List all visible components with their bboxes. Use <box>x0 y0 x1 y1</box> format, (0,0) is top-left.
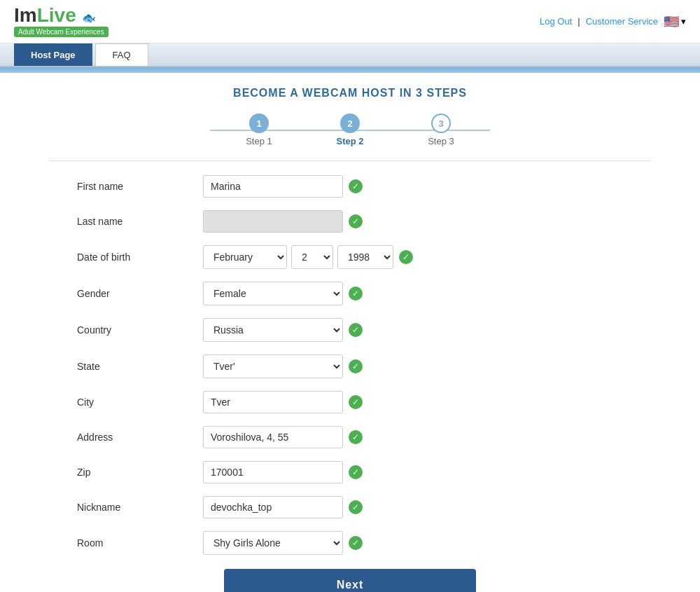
nickname-label: Nickname <box>77 502 203 513</box>
zip-label: Zip <box>77 467 203 478</box>
state-select[interactable]: Tver' Moscow Saint Petersburg <box>203 354 343 378</box>
tab-faq[interactable]: FAQ <box>95 43 148 66</box>
nickname-row: Nickname ✓ <box>49 496 651 518</box>
language-selector[interactable]: 🇺🇸 ▾ <box>664 14 686 29</box>
steps-container: 1 Step 1 2 Step 2 3 Step 3 <box>49 113 651 146</box>
divider <box>49 160 651 161</box>
city-row: City ✓ <box>49 391 651 413</box>
address-check-icon: ✓ <box>349 430 363 444</box>
tab-host-page[interactable]: Host Page <box>14 43 92 66</box>
logo-text: ImLive 🐟 <box>14 6 96 25</box>
logout-link[interactable]: Log Out <box>540 16 572 27</box>
state-label: State <box>77 361 203 372</box>
header: ImLive 🐟 Adult Webcam Experiences Log Ou… <box>0 0 700 43</box>
first-name-check-icon: ✓ <box>349 179 363 193</box>
logo: ImLive 🐟 Adult Webcam Experiences <box>14 6 108 37</box>
dob-day-select[interactable]: 1 2 3 4 5 <box>291 245 333 269</box>
country-label: Country <box>77 324 203 336</box>
dob-group: January February March April May June Ju… <box>203 245 393 269</box>
zip-input-area: ✓ <box>203 461 623 483</box>
nickname-check-icon: ✓ <box>349 500 363 514</box>
step-2-circle: 2 <box>340 113 360 133</box>
room-row: Room Shy Girls Alone Live Sex Fetish Gay… <box>49 531 651 555</box>
city-input[interactable] <box>203 391 343 413</box>
zip-input[interactable] <box>203 461 343 483</box>
address-row: Address ✓ <box>49 426 651 448</box>
state-row: State Tver' Moscow Saint Petersburg ✓ <box>49 354 651 378</box>
gender-label: Gender <box>77 288 203 299</box>
next-button[interactable]: Next <box>224 569 476 592</box>
header-separator: | <box>578 16 580 27</box>
gender-input-area: Female Male Other ✓ <box>203 282 623 305</box>
last-name-input-area: ✓ <box>203 210 623 233</box>
address-label: Address <box>77 432 203 443</box>
city-check-icon: ✓ <box>349 395 363 409</box>
step-1-label: Step 1 <box>246 136 272 146</box>
step-2: 2 Step 2 <box>304 113 396 146</box>
last-name-label: Last name <box>77 216 203 227</box>
chevron-down-icon: ▾ <box>681 16 686 27</box>
first-name-label: First name <box>77 181 203 192</box>
gender-check-icon: ✓ <box>349 287 363 301</box>
room-label: Room <box>77 537 203 549</box>
customer-service-link[interactable]: Customer Service <box>586 16 658 27</box>
header-right: Log Out | Customer Service 🇺🇸 ▾ <box>540 14 686 29</box>
page-title: BECOME A WEBCAM HOST IN 3 STEPS <box>49 87 651 99</box>
first-name-input[interactable] <box>203 175 343 198</box>
next-button-row: Next <box>49 569 651 592</box>
logo-sub: Adult Webcam Experiences <box>14 27 108 37</box>
room-select[interactable]: Shy Girls Alone Live Sex Fetish Gay <box>203 531 343 555</box>
room-check-icon: ✓ <box>349 536 363 550</box>
nickname-input-area: ✓ <box>203 496 623 518</box>
nav-tabs: Host Page FAQ <box>0 43 700 67</box>
last-name-input[interactable] <box>203 210 343 233</box>
main-content: BECOME A WEBCAM HOST IN 3 STEPS 1 Step 1… <box>35 73 665 592</box>
step-1-circle: 1 <box>249 113 269 133</box>
last-name-check-icon: ✓ <box>349 214 363 228</box>
address-input[interactable] <box>203 426 343 448</box>
nickname-input[interactable] <box>203 496 343 518</box>
gender-row: Gender Female Male Other ✓ <box>49 282 651 305</box>
country-row: Country Russia United States Ukraine Ger… <box>49 318 651 342</box>
dob-input-area: January February March April May June Ju… <box>203 245 623 269</box>
dob-check-icon: ✓ <box>399 250 413 264</box>
step-2-label: Step 2 <box>336 136 363 146</box>
blue-strip <box>0 67 700 73</box>
country-input-area: Russia United States Ukraine Germany ✓ <box>203 318 623 342</box>
zip-check-icon: ✓ <box>349 465 363 479</box>
dob-row: Date of birth January February March Apr… <box>49 245 651 269</box>
zip-row: Zip ✓ <box>49 461 651 483</box>
last-name-row: Last name ✓ <box>49 210 651 233</box>
first-name-input-area: ✓ <box>203 175 623 198</box>
step-3-circle: 3 <box>431 113 451 133</box>
country-select[interactable]: Russia United States Ukraine Germany <box>203 318 343 342</box>
city-label: City <box>77 397 203 408</box>
address-input-area: ✓ <box>203 426 623 448</box>
step-3-label: Step 3 <box>428 136 454 146</box>
room-input-area: Shy Girls Alone Live Sex Fetish Gay ✓ <box>203 531 623 555</box>
state-input-area: Tver' Moscow Saint Petersburg ✓ <box>203 354 623 378</box>
dob-label: Date of birth <box>77 252 203 263</box>
dob-month-select[interactable]: January February March April May June Ju… <box>203 245 287 269</box>
city-input-area: ✓ <box>203 391 623 413</box>
state-check-icon: ✓ <box>349 359 363 373</box>
step-1: 1 Step 1 <box>214 113 304 146</box>
dob-year-select[interactable]: 1998 1997 1996 1995 1999 2000 <box>337 245 393 269</box>
step-3: 3 Step 3 <box>396 113 486 146</box>
flag-icon: 🇺🇸 <box>664 14 679 29</box>
first-name-row: First name ✓ <box>49 175 651 198</box>
gender-select[interactable]: Female Male Other <box>203 282 343 305</box>
country-check-icon: ✓ <box>349 323 363 337</box>
